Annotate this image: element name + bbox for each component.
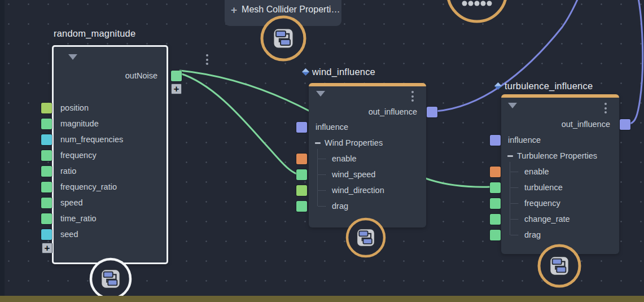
node-title-text: turbulence_influence <box>505 81 593 91</box>
label-text: out_influence <box>369 107 417 116</box>
label-text: influence <box>508 135 541 145</box>
collapse-group-icon[interactable] <box>315 142 321 144</box>
group-tree-stub <box>318 206 326 207</box>
node-title-text: random_magnitude <box>54 28 135 39</box>
port-frequency-ratio[interactable] <box>41 182 52 192</box>
label-text: wind_direction <box>332 186 384 195</box>
node-menu-icon[interactable] <box>204 52 211 67</box>
port-label-num-frequencies: num_frequencies <box>60 135 123 144</box>
add-attribute-icon: + <box>231 5 237 15</box>
label-text: enable <box>524 167 549 176</box>
port-seed[interactable] <box>41 229 52 240</box>
label-text: speed <box>60 198 83 207</box>
port-enable[interactable] <box>490 167 501 177</box>
label-text: time_ratio <box>60 214 97 223</box>
port-frequency[interactable] <box>490 198 501 209</box>
port-out-influence[interactable] <box>620 119 630 130</box>
group-tree-stub <box>318 159 326 159</box>
port-label-time-ratio: time_ratio <box>60 214 97 223</box>
node-type-badge-offscreen-node[interactable] <box>443 0 511 26</box>
port-outnoise[interactable] <box>171 71 182 81</box>
port-influence[interactable] <box>490 135 501 146</box>
node-type-badge-turbulence_influence[interactable] <box>525 232 593 300</box>
menu-dot <box>604 111 607 113</box>
label-text: frequency <box>60 151 97 160</box>
add-port-button[interactable]: + <box>42 243 52 253</box>
menu-dot <box>604 103 607 105</box>
label-text: position <box>60 103 89 112</box>
port-out-influence[interactable] <box>427 107 437 117</box>
node-menu-icon[interactable] <box>409 89 416 104</box>
label-text: ratio <box>60 167 76 176</box>
port-label-outnoise: outNoise <box>125 71 157 80</box>
group-tree-stub <box>511 172 518 172</box>
port-magnitude[interactable] <box>41 119 52 129</box>
collapse-group-icon[interactable] <box>507 155 513 157</box>
group-tree-stub <box>318 190 326 191</box>
compound-node-icon <box>101 269 120 288</box>
port-num-frequencies[interactable] <box>41 134 52 145</box>
port-label-position: position <box>60 103 89 112</box>
port-change-rate[interactable] <box>490 214 501 225</box>
port-label-frequency: frequency <box>60 151 97 160</box>
label-text: seed <box>60 230 78 239</box>
port-wind-direction[interactable] <box>296 185 307 196</box>
node-header-strip <box>309 83 426 86</box>
port-label-wind-direction: wind_direction <box>332 186 384 195</box>
port-drag[interactable] <box>296 201 307 212</box>
label-text: outNoise <box>125 71 157 80</box>
port-ratio[interactable] <box>41 166 52 177</box>
port-turbulence[interactable] <box>490 182 501 193</box>
node-random_magnitude[interactable]: outNoisepositionmagnitudenum_frequencies… <box>52 45 168 264</box>
label-text: frequency <box>524 199 560 208</box>
wire-top-to-turbulence-out_influence[interactable] <box>630 0 643 124</box>
port-enable[interactable] <box>296 154 307 164</box>
collapse-node-icon[interactable] <box>68 54 77 60</box>
port-label-frequency-ratio: frequency_ratio <box>60 182 117 191</box>
add-port-button[interactable]: + <box>171 84 182 94</box>
port-label-influence: influence <box>508 135 541 145</box>
menu-dot <box>411 95 414 98</box>
node-type-badge-wind_influence[interactable] <box>332 204 400 272</box>
menu-dot <box>206 63 208 65</box>
port-position[interactable] <box>41 103 52 113</box>
badge-dot-icon <box>468 1 474 6</box>
port-drag[interactable] <box>490 230 501 240</box>
port-label-enable: enable <box>332 154 357 163</box>
label-text: magnitude <box>60 119 99 128</box>
node-type-badge-mesh_collider_properties[interactable] <box>249 5 317 72</box>
label-text: turbulence <box>524 183 563 192</box>
node-title-text: wind_influence <box>312 67 375 77</box>
port-frequency[interactable] <box>41 150 52 161</box>
node-title-random_magnitude: random_magnitude <box>54 28 135 39</box>
compound-node-icon <box>273 28 293 49</box>
node-graph-canvas[interactable]: +Mesh Collider Properti…random_magnitude… <box>0 0 644 302</box>
collapse-node-icon[interactable] <box>316 91 325 97</box>
node-title-turbulence_influence: turbulence_influence <box>494 81 593 91</box>
port-label-out-influence: out_influence <box>369 107 417 116</box>
group-tree-line <box>317 149 318 206</box>
group-header-wind-properties[interactable]: Wind Properties <box>315 138 383 147</box>
compound-node-icon <box>357 229 375 247</box>
port-influence[interactable] <box>296 122 307 133</box>
port-wind-speed[interactable] <box>296 169 307 180</box>
group-tree-stub <box>511 187 518 188</box>
port-label-out-influence: out_influence <box>562 120 610 129</box>
node-menu-icon[interactable] <box>602 100 609 116</box>
compound-node-icon <box>550 256 569 275</box>
menu-dot <box>206 54 208 56</box>
menu-dot <box>411 99 414 102</box>
node-turbulence_influence[interactable]: out_influenceinfluenceTurbulence Propert… <box>501 94 619 254</box>
wire-outNoise-to-wind_speed[interactable] <box>180 73 297 174</box>
collapse-node-icon[interactable] <box>508 103 517 108</box>
port-label-speed: speed <box>60 198 83 207</box>
group-header-turbulence-properties[interactable]: Turbulence Properties <box>507 151 597 160</box>
port-time-ratio[interactable] <box>41 213 52 224</box>
badge-dot-icon <box>487 1 492 6</box>
port-label-magnitude: magnitude <box>60 119 99 128</box>
label-text: enable <box>332 154 357 163</box>
label-text: frequency_ratio <box>60 182 117 191</box>
node-type-badge-random_magnitude[interactable] <box>77 245 144 302</box>
label-text: out_influence <box>562 120 610 129</box>
port-speed[interactable] <box>41 198 52 208</box>
